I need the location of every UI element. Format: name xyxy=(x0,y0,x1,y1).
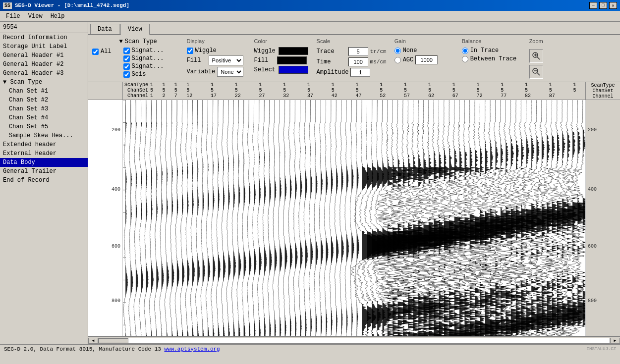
all-checkbox-container: All xyxy=(92,47,112,55)
tab-view[interactable]: View xyxy=(120,24,150,35)
sidebar-item-ext-header[interactable]: Extended header xyxy=(0,140,88,149)
agc-input[interactable] xyxy=(415,55,438,64)
scale-section: Scale Trace tr/cm Time ms/cm Amplitude xyxy=(317,38,387,78)
expand-icon: ▼ xyxy=(3,79,10,86)
fill-color-swatch[interactable] xyxy=(277,56,307,64)
seismic-header: ScanType 11111111111111111111 ChanSet 55… xyxy=(88,82,620,100)
instaluj-label: INSTALUJ.CZ xyxy=(587,347,616,352)
scroll-right-btn[interactable]: ▶ xyxy=(610,338,620,344)
header-data: ScanType 11111111111111111111 ChanSet 55… xyxy=(123,82,585,100)
title-bar-controls: ─ □ ✕ xyxy=(589,2,617,9)
fill-color-label: Fill xyxy=(254,57,274,64)
scan-type-label: Scan Type xyxy=(125,38,157,45)
time-label: Time xyxy=(317,58,346,65)
gain-none-item: None xyxy=(395,47,454,54)
sidebar-item-scan-type[interactable]: ▼ Scan Type xyxy=(0,78,88,87)
scan-signat1-checkbox[interactable] xyxy=(123,48,130,54)
wiggle-check-item: Wiggle xyxy=(187,47,246,54)
scan-signat2-label: Signat... xyxy=(132,55,164,62)
wiggle-checkbox[interactable] xyxy=(187,48,193,54)
scantype-label: ScanType xyxy=(123,82,150,88)
sidebar-item-gen-header3[interactable]: General Header #3 xyxy=(0,69,88,78)
sidebar-item-gen-trailer[interactable]: General Trailer xyxy=(0,167,88,176)
amplitude-scale-item: Amplitude xyxy=(317,68,387,77)
scan-signat1-label: Signat... xyxy=(132,47,164,54)
gain-agc-item: AGC xyxy=(395,55,454,64)
balance-section: Balance In Trace Between Trace xyxy=(462,38,521,64)
zoom-in-button[interactable] xyxy=(529,49,543,63)
variable-select[interactable]: None xyxy=(217,67,243,77)
fill-color-item: Fill xyxy=(254,56,309,64)
sidebar-item-record-info[interactable]: Record Information xyxy=(0,33,88,42)
scan-signat1-item: Signat... xyxy=(119,47,179,54)
time-input[interactable] xyxy=(348,57,368,66)
wiggle-label: Wiggle xyxy=(195,47,217,54)
status-bar: SEG-D 2.0, Data Format 8015, Manufacture… xyxy=(0,344,620,353)
select-color-swatch[interactable] xyxy=(279,66,308,74)
status-link[interactable]: www.aptsystem.org xyxy=(164,346,220,352)
fill-label: Fill xyxy=(187,57,207,64)
sidebar-item-end-record[interactable]: End of Record xyxy=(0,176,88,185)
minimize-button[interactable]: ─ xyxy=(589,2,597,9)
scan-signat2-checkbox[interactable] xyxy=(123,55,130,62)
window-title: SEG-D Viewer - [D:\small_4742.segd] xyxy=(15,2,129,8)
sidebar-item-chanset1[interactable]: Chan Set #1 xyxy=(0,87,88,96)
axis-label-600: 600 xyxy=(112,244,120,249)
sidebar-item-chanset2[interactable]: Chan Set #2 xyxy=(0,96,88,104)
balance-in-trace-radio[interactable] xyxy=(462,48,468,54)
menu-file[interactable]: File xyxy=(2,12,24,21)
axis-label-200: 200 xyxy=(112,127,120,133)
gain-agc-radio[interactable] xyxy=(395,57,401,63)
trace-input[interactable] xyxy=(348,47,368,56)
sidebar-item-gen-header2[interactable]: General Header #2 xyxy=(0,60,88,69)
svg-line-5 xyxy=(537,73,540,75)
trace-unit: tr/cm xyxy=(370,49,387,54)
scan-signat3-checkbox[interactable] xyxy=(123,63,130,70)
sidebar-item-chanset4[interactable]: Chan Set #4 xyxy=(0,113,88,122)
fill-select[interactable]: Positive Negative Absolute None xyxy=(209,55,243,65)
scroll-thumb[interactable] xyxy=(99,338,128,343)
sidebar-item-external-header[interactable]: External Header xyxy=(0,149,88,158)
right-axis-label-600: 600 xyxy=(588,244,597,249)
zoom-section: Zoom xyxy=(529,38,543,79)
tab-data[interactable]: Data xyxy=(90,24,119,34)
main-layout: 9554 Record Information Storage Unit Lab… xyxy=(0,22,620,344)
all-checkbox[interactable] xyxy=(92,49,99,55)
maximize-button[interactable]: □ xyxy=(599,2,607,9)
chanset-row: ChanSet 55555555555555555555 xyxy=(123,88,585,93)
wiggle-color-swatch[interactable] xyxy=(279,47,308,55)
scroll-left-btn[interactable]: ◀ xyxy=(88,338,98,344)
gain-section: Gain None AGC xyxy=(395,38,454,66)
gain-none-radio[interactable] xyxy=(395,48,401,54)
balance-between-item: Between Trace xyxy=(462,55,521,62)
amplitude-input[interactable] xyxy=(350,68,370,77)
status-text: SEG-D 2.0, Data Format 8015, Manufacture… xyxy=(4,346,161,352)
scan-seis-checkbox[interactable] xyxy=(123,71,130,78)
scan-signat2-item: Signat... xyxy=(119,55,179,62)
seismic-canvas-area[interactable] xyxy=(123,100,585,336)
color-title: Color xyxy=(254,38,309,44)
display-section: Display Wiggle Fill Positive Negative Ab… xyxy=(187,38,246,78)
close-button[interactable]: ✕ xyxy=(609,2,617,9)
sidebar-item-chanset5[interactable]: Chan Set #5 xyxy=(0,122,88,131)
menu-help[interactable]: Help xyxy=(47,12,69,21)
scan-type-section: ▼ Scan Type Signat... Signat... Signat..… xyxy=(119,38,179,79)
color-section: Color Wiggle Fill Select xyxy=(254,38,309,75)
gain-none-label: None xyxy=(403,47,417,54)
sidebar-item-storage-unit[interactable]: Storage Unit Label xyxy=(0,42,88,51)
select-color-item: Select xyxy=(254,66,309,74)
svg-line-1 xyxy=(537,57,540,59)
wiggle-color-item: Wiggle xyxy=(254,47,309,55)
sidebar-item-data-body[interactable]: Data Body xyxy=(0,158,88,167)
sidebar-item-chanset3[interactable]: Chan Set #3 xyxy=(0,104,88,113)
balance-between-radio[interactable] xyxy=(462,56,468,62)
h-scrollbar[interactable]: ◀ ▶ xyxy=(88,336,620,344)
record-id: 9554 xyxy=(0,22,88,33)
sidebar-item-gen-header1[interactable]: General Header #1 xyxy=(0,51,88,60)
zoom-out-button[interactable] xyxy=(529,65,543,79)
scroll-track[interactable] xyxy=(98,338,610,344)
channel-label: Channel xyxy=(123,93,150,99)
variable-item: Variable None xyxy=(187,67,246,77)
menu-view[interactable]: View xyxy=(24,12,47,21)
sidebar-item-sample-skew[interactable]: Sample Skew Hea... xyxy=(0,131,88,140)
